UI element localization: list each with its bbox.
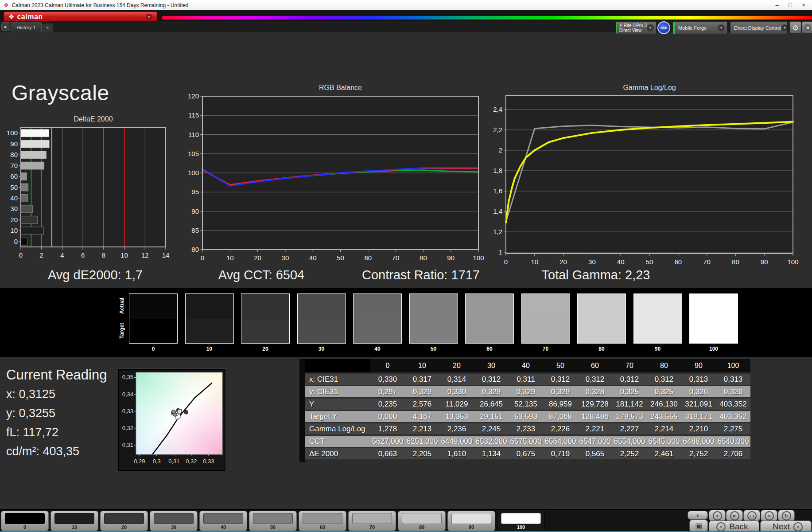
svg-text:60: 60 [364,254,372,262]
display-control-dropdown[interactable]: Direct Display Control ▼ [730,21,788,34]
svg-text:0: 0 [19,251,23,259]
current-reading-x: x: 0,3125 [6,387,55,401]
target-axis-label: Target [119,318,127,343]
current-reading-cdm2: cd/m²: 403,35 [6,445,79,458]
table-row-label: Y [305,399,370,410]
contrast-ratio-value: Contrast Ratio: 1717 [337,268,505,282]
table-column-header: 100 [716,359,750,372]
patch-label: 20 [101,524,148,530]
swatch-level-label: 30 [297,346,346,352]
patch-swatch [104,513,144,524]
svg-text:2,2: 2,2 [493,126,502,133]
minimize-button[interactable]: – [770,0,784,10]
svg-text:90: 90 [10,140,18,148]
transport-refresh-button[interactable]: ↻ [778,510,795,521]
svg-text:120: 120 [188,92,199,100]
table-cell: 0,565 [578,448,612,459]
calman-logo-icon: ❖ [8,13,14,21]
table-cell: 0,325 [647,386,681,397]
back-button[interactable]: « Back [709,520,759,532]
level-patch-button[interactable]: 10 [51,511,98,531]
svg-text:4: 4 [60,251,64,259]
chevron-down-icon[interactable]: ▼ [781,24,788,31]
table-cell: 181,142 [612,399,647,410]
svg-text:1: 1 [499,248,502,256]
infinity-icon: ∞ [765,511,774,520]
level-patch-button[interactable]: 30 [150,511,198,531]
level-patch-button[interactable]: 50 [249,511,297,531]
table-cell: 0,317 [405,374,439,385]
settings-button[interactable]: ⚙ [789,21,801,34]
table-cell: 2,205 [405,448,439,459]
transport-stop-button[interactable]: ■ [709,510,726,521]
meter-label: X-Rite i1Pro 3 Direct View [617,23,647,33]
back-button-label: Back [729,522,748,532]
patch-swatch [5,513,45,524]
level-patch-button[interactable]: 100 [497,511,545,531]
svg-text:20: 20 [254,254,261,262]
table-cell: 0,663 [370,448,405,459]
svg-text:1,6: 1,6 [493,187,502,195]
svg-text:30: 30 [588,258,596,266]
stop-measure-button[interactable]: ▣ [689,520,708,532]
table-cell: 0,000 [370,411,405,422]
source-dropdown[interactable]: Mobile Forge ▼ [672,21,727,34]
table-cell: 179,573 [612,411,647,422]
transport-play-button[interactable]: ▶ [726,510,743,521]
table-cell: 4,167 [405,411,439,422]
swatch-target [466,319,513,344]
patch-label: 40 [200,524,247,530]
swatch-actual [298,294,346,319]
grayscale-swatch: 60 [465,293,514,352]
pattern-up-button[interactable]: ▲ [688,511,708,520]
swatch-level-label: 70 [521,346,570,352]
level-patch-button[interactable]: 80 [398,511,446,531]
level-patch-button[interactable]: 0 [1,511,49,531]
tab-scroll-button[interactable]: ▶ [1,22,10,31]
level-patch-button[interactable]: 70 [348,511,396,531]
collapse-panel-button[interactable]: ◀ [802,21,812,34]
svg-text:50: 50 [10,184,18,191]
svg-text:10: 10 [10,227,18,234]
rgb-balance-chart: RGB Balance80859095100105110115120010203… [186,82,496,266]
table-cell: 6547,000 [578,436,612,447]
level-patch-button[interactable]: 40 [199,511,247,531]
chevron-down-icon[interactable]: ▼ [718,24,725,31]
svg-text:95: 95 [191,188,199,196]
patch-label: 90 [448,524,495,530]
level-patch-button[interactable]: 60 [299,511,346,531]
table-cell: 0,313 [716,374,750,385]
chevron-left-icon: ◀ [804,23,812,31]
spectrum-gradient-bar [162,16,812,20]
calman-app: ❖ Calman 2023 Calman Ultimate for Busine… [0,0,812,532]
play-icon: ▶ [730,511,739,520]
next-button[interactable]: Next » [760,520,812,532]
swatch-actual [466,294,513,319]
swatch-target [410,319,458,344]
meter-dropdown[interactable]: X-Rite i1Pro 3 Direct View ▼ [616,21,657,34]
svg-text:0,32: 0,32 [122,425,133,431]
chevron-left-icon: « [716,522,726,532]
swatch-target [634,319,682,344]
table-cell: 319,171 [681,411,716,422]
table-cell: 0,235 [370,399,405,410]
svg-text:70: 70 [703,258,711,266]
transport-range-button[interactable]: [··] [743,510,760,521]
maximize-button[interactable]: □ [784,0,797,10]
transport-continuous-button[interactable]: ∞ [761,510,777,521]
refresh-icon: ↻ [782,511,791,520]
close-button[interactable]: × [797,0,810,10]
table-cell: 2,214 [647,423,681,434]
calman-menu-chevron-icon[interactable]: ▼ [146,14,152,20]
tab-history-1[interactable]: History 1 [11,22,42,32]
chevron-down-icon[interactable]: ▼ [647,24,654,31]
add-tab-button[interactable]: + [42,23,53,32]
table-cell: 0,312 [474,374,509,385]
grayscale-swatch: 100 [689,293,738,352]
svg-text:100: 100 [787,258,798,266]
level-patch-button[interactable]: 90 [447,511,495,531]
table-row-label: x: CIE31 [305,374,370,385]
svg-text:100: 100 [188,169,199,176]
stop-square-icon: ▣ [695,521,702,531]
level-patch-button[interactable]: 20 [100,511,148,531]
